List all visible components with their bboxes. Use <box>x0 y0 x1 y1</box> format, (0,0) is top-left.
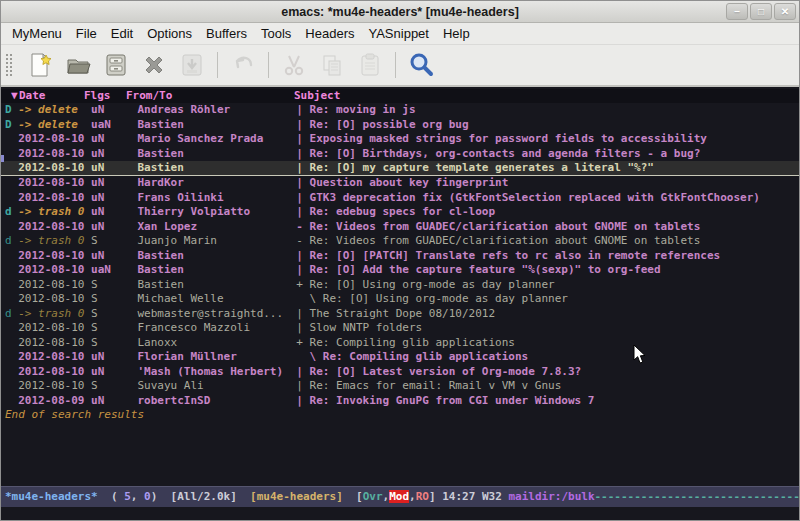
message-from: HardKor <box>137 176 296 191</box>
column-header-fromto[interactable]: From/To <box>126 89 172 103</box>
mode-line-segment: maildir:/bulk <box>508 490 594 503</box>
menu-item-mymenu[interactable]: MyMenu <box>5 24 69 43</box>
search-icon[interactable] <box>402 49 440 81</box>
message-date: -> delete <box>18 103 91 118</box>
message-mark <box>5 263 18 278</box>
menu-item-tools[interactable]: Tools <box>254 24 298 43</box>
menu-item-headers[interactable]: Headers <box>298 24 361 43</box>
message-row[interactable]: 2012-08-10uaNBastien| Re: [O] Add the ca… <box>1 263 799 278</box>
message-subject: | Re: [O] Latest version of Org-mode 7.8… <box>296 365 799 380</box>
message-mark <box>5 176 18 191</box>
menu-item-buffers[interactable]: Buffers <box>199 24 254 43</box>
message-row[interactable]: 2012-08-10uNXan Lopez- Re: Videos from G… <box>1 220 799 235</box>
message-date: 2012-08-10 <box>18 191 91 206</box>
toolbar-separator <box>268 52 269 78</box>
message-flags: S <box>91 292 137 307</box>
message-row[interactable]: 2012-08-10SLanoxx+ Re: Compiling glib ap… <box>1 336 799 351</box>
message-mark <box>5 191 18 206</box>
message-row[interactable]: d-> trash 0SJuanjo Marin- Re: Videos fro… <box>1 234 799 249</box>
message-row[interactable]: 2012-08-10uNBastien| Re: [O] [PATCH] Tra… <box>1 249 799 264</box>
mode-line-segment: , <box>409 490 416 503</box>
message-date: 2012-08-09 <box>18 394 91 409</box>
message-mark <box>5 278 18 293</box>
menu-item-options[interactable]: Options <box>140 24 199 43</box>
message-flags: uN <box>91 350 137 365</box>
message-date: 2012-08-10 <box>18 176 91 191</box>
maximize-button[interactable]: □ <box>750 3 772 20</box>
column-header-subject[interactable]: Subject <box>294 89 340 103</box>
message-date: -> trash 0 <box>18 234 91 249</box>
minimize-button[interactable]: – <box>726 3 748 20</box>
message-subject: \ Re: [O] Using org-mode as day planner <box>296 292 799 307</box>
message-flags: uN <box>91 176 137 191</box>
message-row[interactable]: D-> deleteuaNBastien| Re: [O] possible o… <box>1 118 799 133</box>
message-row[interactable]: 2012-08-10SBastien+ Re: [O] Using org-mo… <box>1 278 799 293</box>
mode-line-segment: -------------------------------- <box>595 490 800 503</box>
message-flags: S <box>91 278 137 293</box>
column-header-date[interactable]: Date <box>19 89 46 103</box>
menu-item-edit[interactable]: Edit <box>104 24 140 43</box>
message-from: Xan Lopez <box>137 220 296 235</box>
message-row[interactable]: 2012-08-10SMichael Welle \ Re: [O] Using… <box>1 292 799 307</box>
close-button[interactable]: ✕ <box>774 3 796 20</box>
message-from: robertcInSD <box>137 394 296 409</box>
menu-item-help[interactable]: Help <box>436 24 477 43</box>
mode-line-segment: *mu4e-headers* <box>5 490 98 503</box>
message-mark <box>5 161 18 175</box>
mode-line-segment: 5 <box>124 490 131 503</box>
message-row[interactable]: d-> trash 0uNThierry Volpiatto| Re: edeb… <box>1 205 799 220</box>
message-row[interactable]: 2012-08-09uNrobertcInSD| Re: Invoking Gn… <box>1 394 799 409</box>
message-row[interactable]: 2012-08-10uN'Mash (Thomas Herbert)| Re: … <box>1 365 799 380</box>
mode-line-segment: ) <box>151 490 171 503</box>
message-subject: | Re: [O] my capture template generates … <box>296 161 799 175</box>
message-flags: uaN <box>91 118 137 133</box>
menu-item-yasnippet[interactable]: YASnippet <box>361 24 435 43</box>
save-as-icon <box>173 49 211 81</box>
message-row[interactable]: 2012-08-10uNFrans Oilinki| GTK3 deprecat… <box>1 191 799 206</box>
message-from: Juanjo Marin <box>137 234 296 249</box>
column-header-flgs[interactable]: Flgs <box>84 89 111 103</box>
message-flags: uN <box>91 205 137 220</box>
cut-icon <box>275 49 313 81</box>
mu4e-headers-buffer[interactable]: ▼ DateFlgsFrom/ToSubject D-> deleteuNAnd… <box>1 89 799 486</box>
message-row[interactable]: d-> trash 0Swebmaster@straightd...| The … <box>1 307 799 322</box>
message-from: Francesco Mazzoli <box>137 321 296 336</box>
message-row[interactable]: 2012-08-10SSuvayu Ali| Re: Emacs for ema… <box>1 379 799 394</box>
menu-item-file[interactable]: File <box>69 24 104 43</box>
message-mark: d <box>5 307 18 322</box>
message-flags: S <box>91 321 137 336</box>
message-row[interactable]: 2012-08-10uNBastien| Re: [O] Birthdays, … <box>1 147 799 162</box>
message-row[interactable]: 2012-08-10uNBastien| Re: [O] my capture … <box>1 161 799 176</box>
message-row[interactable]: 2012-08-10uNMario Sanchez Prada| Exposin… <box>1 132 799 147</box>
message-row[interactable]: 2012-08-10uNHardKor| Question about key … <box>1 176 799 191</box>
message-from: Lanoxx <box>137 336 296 351</box>
message-row[interactable]: D-> deleteuNAndreas Röhler| Re: moving i… <box>1 103 799 118</box>
open-file-icon[interactable] <box>59 49 97 81</box>
message-row[interactable]: 2012-08-10uNFlorian Müllner \ Re: Compil… <box>1 350 799 365</box>
toolbar-drag-handle[interactable] <box>4 52 13 78</box>
close-buffer-icon[interactable] <box>135 49 173 81</box>
message-flags: uN <box>91 161 137 175</box>
message-date: -> trash 0 <box>18 307 91 322</box>
message-date: 2012-08-10 <box>18 220 91 235</box>
message-date: 2012-08-10 <box>18 350 91 365</box>
message-row[interactable]: 2012-08-10SFrancesco Mazzoli| Slow NNTP … <box>1 321 799 336</box>
message-flags: uN <box>91 191 137 206</box>
new-file-icon[interactable] <box>21 49 59 81</box>
toolbar-icons <box>21 49 440 81</box>
window-title: emacs: *mu4e-headers* [mu4e-headers] <box>281 5 519 19</box>
message-subject: | The Straight Dope 08/10/2012 <box>296 307 799 322</box>
titlebar[interactable]: emacs: *mu4e-headers* [mu4e-headers] –□✕ <box>1 1 799 23</box>
toolbar <box>1 45 799 87</box>
mode-line-segment <box>237 490 250 503</box>
message-flags: S <box>91 379 137 394</box>
echo-area[interactable] <box>1 507 799 520</box>
message-subject: | GTK3 deprecation fix (GtkFontSelection… <box>296 191 799 206</box>
message-from: Florian Müllner <box>137 350 296 365</box>
message-mark <box>5 321 18 336</box>
message-subject: + Re: [O] Using org-mode as day planner <box>296 278 799 293</box>
save-icon[interactable] <box>97 49 135 81</box>
message-from: 'Mash (Thomas Herbert) <box>137 365 296 380</box>
sort-descending-icon[interactable]: ▼ <box>11 89 18 103</box>
message-mark: d <box>5 234 18 249</box>
